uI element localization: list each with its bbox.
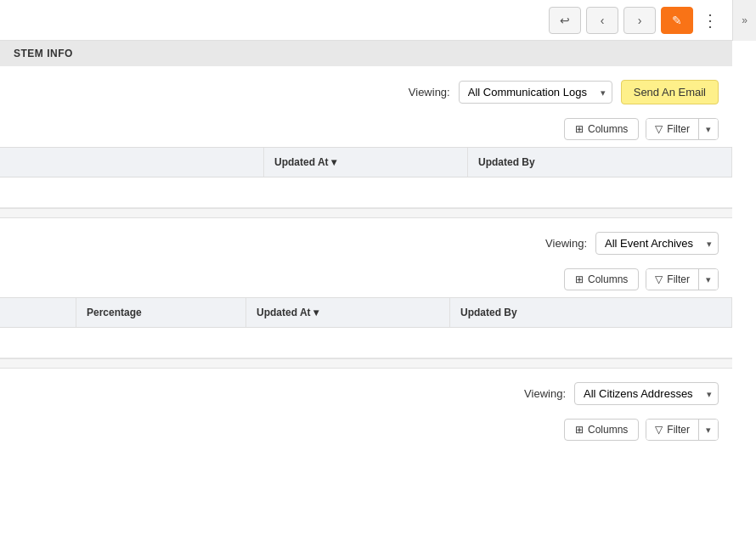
system-info-header: STEM INFO <box>0 41 732 66</box>
section1-filter-arrow[interactable]: ▾ <box>698 119 718 139</box>
section2-filter-label: Filter <box>667 273 690 285</box>
filter-icon-2: ▽ <box>655 273 663 285</box>
section3-viewing-select[interactable]: All Citizens Addresses Primary Secondary <box>574 382 719 405</box>
collapse-icon: » <box>742 14 748 26</box>
collapse-tab[interactable]: » <box>732 0 756 41</box>
section-divider-2 <box>0 358 732 369</box>
section1-columns-label: Columns <box>588 123 628 135</box>
section1-th-updated-by: Updated By <box>468 148 732 177</box>
undo-icon: ↩ <box>560 14 570 27</box>
main-content: STEM INFO Viewing: All Communication Log… <box>0 41 732 535</box>
section-divider-1 <box>0 208 732 218</box>
back-icon: ‹ <box>601 14 605 27</box>
section2-th-updated-at: Updated At ▾ <box>246 298 450 327</box>
section2-th-col1 <box>0 298 76 327</box>
section2-filter-group: ▽ Filter ▾ <box>646 268 719 290</box>
send-email-button[interactable]: Send An Email <box>621 80 719 104</box>
section2-th-updated-by: Updated By <box>450 298 732 327</box>
section1-viewing-label: Viewing: <box>409 86 450 99</box>
section3-filter-arrow[interactable]: ▾ <box>698 420 718 440</box>
columns-icon-3: ⊞ <box>575 424 584 436</box>
section3-columns-button[interactable]: ⊞ Columns <box>564 419 639 441</box>
more-icon: ⋮ <box>702 10 719 31</box>
section3-viewing-row: Viewing: All Citizens Addresses Primary … <box>0 369 732 414</box>
section2-columns-label: Columns <box>588 273 628 285</box>
filter-icon-3: ▽ <box>655 424 663 436</box>
section1-th-updated-at: Updated At ▾ <box>264 148 468 177</box>
section-event-archives: Viewing: All Event Archives Active Archi… <box>0 218 732 358</box>
section1-columns-button[interactable]: ⊞ Columns <box>564 118 639 140</box>
section1-viewing-row: Viewing: All Communication Logs Sent Rec… <box>0 66 732 113</box>
more-button[interactable]: ⋮ <box>698 7 722 34</box>
section1-th-name <box>0 148 264 177</box>
section1-viewing-select[interactable]: All Communication Logs Sent Received <box>459 81 612 104</box>
section1-empty-row <box>0 177 732 208</box>
section-citizens-addresses: Viewing: All Citizens Addresses Primary … <box>0 369 732 448</box>
section2-viewing-label: Viewing: <box>545 237 587 250</box>
section2-filter-button[interactable]: ▽ Filter <box>646 269 698 290</box>
section-communication-logs: Viewing: All Communication Logs Sent Rec… <box>0 66 732 208</box>
section2-filter-arrow[interactable]: ▾ <box>698 269 718 290</box>
section3-select-wrapper: All Citizens Addresses Primary Secondary <box>574 382 719 405</box>
section1-filter-group: ▽ Filter ▾ <box>646 118 719 140</box>
section1-filter-button[interactable]: ▽ Filter <box>646 119 698 139</box>
section3-filter-button[interactable]: ▽ Filter <box>646 420 698 440</box>
section3-table-toolbar: ⊞ Columns ▽ Filter ▾ <box>0 414 732 448</box>
toolbar: ↩ ‹ › ✎ ⋮ <box>0 0 756 41</box>
section1-select-wrapper: All Communication Logs Sent Received <box>459 81 612 104</box>
section3-filter-group: ▽ Filter ▾ <box>646 419 719 441</box>
columns-icon: ⊞ <box>575 123 584 135</box>
section1-filter-label: Filter <box>667 123 690 135</box>
filter-icon: ▽ <box>655 123 663 135</box>
section2-columns-button[interactable]: ⊞ Columns <box>564 268 639 290</box>
section2-viewing-select[interactable]: All Event Archives Active Archived <box>595 232 719 255</box>
edit-button[interactable]: ✎ <box>661 7 693 34</box>
section3-viewing-label: Viewing: <box>524 387 566 400</box>
section2-table-header: Percentage Updated At ▾ Updated By <box>0 297 732 328</box>
section2-th-percentage: Percentage <box>76 298 246 327</box>
section2-table-toolbar: ⊞ Columns ▽ Filter ▾ <box>0 263 732 297</box>
forward-icon: › <box>638 14 642 27</box>
section3-filter-label: Filter <box>667 424 690 436</box>
section2-select-wrapper: All Event Archives Active Archived <box>595 232 719 255</box>
edit-icon: ✎ <box>672 14 682 27</box>
undo-button[interactable]: ↩ <box>549 7 581 34</box>
forward-button[interactable]: › <box>623 7 656 34</box>
section2-viewing-row: Viewing: All Event Archives Active Archi… <box>0 218 732 263</box>
columns-icon-2: ⊞ <box>575 273 584 285</box>
section1-table-toolbar: ⊞ Columns ▽ Filter ▾ <box>0 113 732 147</box>
back-button[interactable]: ‹ <box>586 7 618 34</box>
section1-table-header: Updated At ▾ Updated By <box>0 147 732 177</box>
section2-empty-row <box>0 328 732 358</box>
section3-columns-label: Columns <box>588 424 628 436</box>
